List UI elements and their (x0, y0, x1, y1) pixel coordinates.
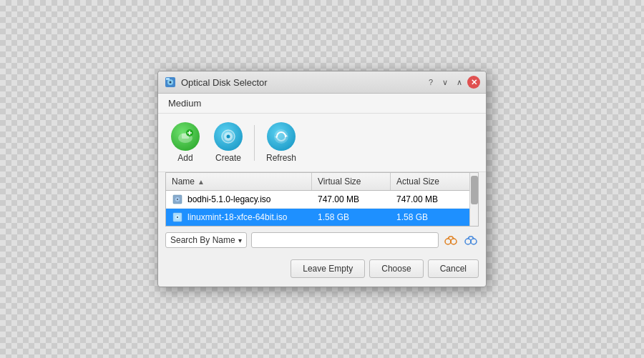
create-button[interactable]: Create (208, 119, 248, 166)
title-bar-controls: ? ∨ ∧ ✕ (424, 76, 480, 89)
leave-empty-button[interactable]: Leave Empty (291, 259, 365, 278)
dialog-icon (164, 76, 177, 89)
svg-line-32 (468, 237, 469, 239)
svg-point-23 (445, 239, 451, 244)
create-label: Create (215, 153, 241, 163)
refresh-label: Refresh (266, 153, 296, 163)
svg-point-30 (471, 239, 477, 244)
svg-line-27 (452, 237, 454, 239)
toolbar: Add Create (158, 114, 486, 172)
table-inner: Name ▲ Virtual Size Actual Size (166, 173, 469, 226)
svg-point-22 (177, 217, 178, 218)
scrollbar[interactable] (469, 173, 478, 226)
row-vsize-cell-selected: 1.58 GB (312, 209, 391, 225)
title-bar: Optical Disk Selector ? ∨ ∧ ✕ (158, 71, 486, 94)
iso-icon-selected (172, 212, 183, 223)
scrollbar-thumb[interactable] (471, 176, 478, 204)
search-input[interactable] (251, 232, 439, 248)
search-by-dropdown[interactable]: Search By Name ▾ (165, 232, 247, 248)
search-clear-button[interactable] (463, 232, 479, 248)
search-go-button[interactable] (443, 232, 459, 248)
row-name-cell: bodhi-5.1.0-legacy.iso (166, 191, 312, 208)
add-icon (171, 122, 200, 151)
choose-button[interactable]: Choose (369, 259, 423, 278)
search-dropdown-label: Search By Name (170, 235, 235, 245)
close-button[interactable]: ✕ (467, 76, 480, 89)
search-bar: Search By Name ▾ (158, 227, 486, 254)
menu-bar: Medium (158, 94, 486, 114)
svg-point-29 (465, 239, 471, 244)
refresh-icon (267, 122, 296, 151)
column-header-virtual-size: Virtual Size (312, 173, 391, 190)
svg-point-24 (451, 239, 457, 244)
iso-icon (172, 194, 183, 205)
sort-arrow-icon: ▲ (197, 178, 205, 186)
title-bar-left: Optical Disk Selector (164, 76, 268, 89)
table-row[interactable]: bodhi-5.1.0-legacy.iso 747.00 MB 747.00 … (166, 191, 469, 209)
row-asize-cell-selected: 1.58 GB (391, 209, 469, 225)
collapse-button[interactable]: ∨ (439, 76, 452, 89)
row-name-cell-selected: linuxmint-18-xfce-64bit.iso (166, 209, 312, 226)
optical-disk-selector-dialog: Optical Disk Selector ? ∨ ∧ ✕ Medium (157, 71, 487, 287)
svg-point-12 (227, 135, 230, 139)
cancel-button[interactable]: Cancel (428, 259, 479, 278)
svg-point-2 (170, 81, 172, 84)
refresh-button[interactable]: Refresh (260, 119, 302, 166)
table-scroll-container: Name ▲ Virtual Size Actual Size (166, 173, 478, 226)
svg-rect-3 (166, 78, 170, 80)
toolbar-separator (254, 125, 255, 161)
dialog-title: Optical Disk Selector (181, 77, 268, 88)
table-row[interactable]: linuxmint-18-xfce-64bit.iso 1.58 GB 1.58… (166, 209, 469, 226)
table-header: Name ▲ Virtual Size Actual Size (166, 173, 469, 191)
row-asize-cell: 747.00 MB (391, 192, 469, 207)
chevron-down-icon: ▾ (238, 237, 242, 244)
add-label: Add (177, 153, 192, 163)
create-icon (214, 122, 243, 151)
action-bar: Leave Empty Choose Cancel (158, 254, 486, 287)
table-body: bodhi-5.1.0-legacy.iso 747.00 MB 747.00 … (166, 191, 469, 226)
column-header-name: Name ▲ (166, 173, 312, 190)
expand-button[interactable]: ∧ (453, 76, 466, 89)
column-header-actual-size: Actual Size (391, 173, 469, 190)
row-vsize-cell: 747.00 MB (312, 192, 391, 207)
svg-point-19 (177, 199, 178, 200)
help-button[interactable]: ? (424, 76, 437, 89)
svg-line-33 (472, 237, 474, 239)
add-button[interactable]: Add (165, 119, 205, 166)
svg-line-26 (448, 237, 449, 239)
menu-medium[interactable]: Medium (165, 96, 204, 110)
file-table: Name ▲ Virtual Size Actual Size (165, 172, 479, 227)
